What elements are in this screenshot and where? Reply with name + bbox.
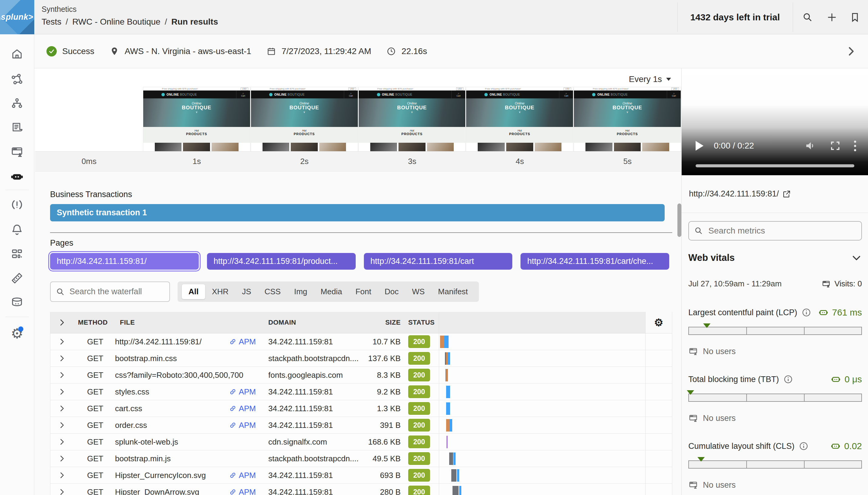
trial-notice[interactable]: 1432 days left in trial xyxy=(684,0,787,34)
column-header-size[interactable]: SIZE xyxy=(366,319,406,326)
waterfall-filter-tab[interactable]: Manifest xyxy=(431,284,474,299)
waterfall-row[interactable]: GET Hipster_DownArrow.svg APM 34.242.111… xyxy=(50,484,672,495)
info-icon[interactable] xyxy=(801,308,811,317)
fullscreen-icon[interactable] xyxy=(830,140,841,151)
web-vitals-section-header[interactable]: Web vitals xyxy=(688,252,862,263)
video-progress-bar[interactable] xyxy=(696,164,854,167)
video-player[interactable]: 0:00 / 0:22 xyxy=(681,68,868,175)
log-observer-icon[interactable] xyxy=(10,121,24,135)
filmstrip-thumbnail[interactable]: Free shipping with $75 purchase! USD ONL… xyxy=(466,87,573,151)
row-waterfall-track xyxy=(439,417,645,433)
dashboards-icon[interactable] xyxy=(10,247,24,261)
column-header-status[interactable]: STATUS xyxy=(406,319,439,326)
synthetics-icon-active[interactable] xyxy=(10,170,24,184)
splunk-logo[interactable]: splunk> xyxy=(0,0,34,34)
waterfall-row[interactable]: GET splunk-otel-web.js APM cdn.signalfx.… xyxy=(50,434,672,450)
breadcrumb-tests[interactable]: Tests xyxy=(41,17,61,27)
filmstrip-thumbnail[interactable]: Free shipping with $75 purchase! USD ONL… xyxy=(574,87,681,151)
waterfall-table: METHOD FILE DOMAIN SIZE STATUS ⚙ GET htt… xyxy=(50,312,672,495)
row-gear-spacer xyxy=(645,383,672,400)
waterfall-filter-tab[interactable]: CSS xyxy=(258,284,287,299)
row-expand-chevron-icon[interactable] xyxy=(50,388,73,396)
waterfall-row[interactable]: GET bootstrap.min.css APM stackpath.boot… xyxy=(50,350,672,367)
apm-icon[interactable] xyxy=(10,72,24,87)
bookmark-icon[interactable] xyxy=(849,12,861,23)
search-icon[interactable] xyxy=(802,12,813,23)
row-method: GET xyxy=(73,471,111,480)
waterfall-row[interactable]: GET cart.css APM 34.242.111.159:81 1.3 K… xyxy=(50,400,672,417)
waterfall-filter-tab[interactable]: Media xyxy=(314,284,349,299)
more-options-kebab-icon[interactable] xyxy=(854,141,856,151)
column-header-file[interactable]: FILE xyxy=(111,319,262,326)
row-expand-chevron-icon[interactable] xyxy=(50,488,73,495)
waterfall-filter-tab[interactable]: Img xyxy=(287,284,314,299)
apm-link[interactable]: APM xyxy=(229,421,256,430)
breadcrumb-test-name[interactable]: RWC - Online Boutique xyxy=(72,17,161,27)
volume-icon[interactable] xyxy=(804,140,816,152)
thumb-products: Hot PRODUCTS xyxy=(574,127,681,143)
row-expand-chevron-icon[interactable] xyxy=(50,421,73,429)
filmstrip-thumbnail[interactable]: Free shipping with $75 purchase! USD ONL… xyxy=(251,87,358,151)
run-status-bar: Success AWS - N. Virginia - aws-us-east-… xyxy=(34,34,868,68)
add-icon[interactable] xyxy=(826,12,838,23)
column-header-domain[interactable]: DOMAIN xyxy=(262,319,366,326)
waterfall-filter-tab[interactable]: XHR xyxy=(205,284,235,299)
column-header-method[interactable]: METHOD xyxy=(73,319,111,326)
notifications-bell-icon[interactable] xyxy=(10,223,24,237)
waterfall-filter-tab[interactable]: WS xyxy=(405,284,431,299)
apm-link[interactable]: APM xyxy=(229,337,256,346)
play-icon[interactable] xyxy=(696,141,704,151)
next-run-chevron-icon[interactable] xyxy=(845,45,857,57)
filmstrip-frame: Free shipping with $75 purchase! USD ONL… xyxy=(358,68,466,151)
apm-link[interactable]: APM xyxy=(229,471,256,480)
waterfall-row[interactable]: GET css?family=Roboto:300,400,500,700 AP… xyxy=(50,367,672,383)
expand-all-chevron-icon[interactable] xyxy=(50,318,73,327)
table-settings-gear-icon[interactable]: ⚙ xyxy=(645,312,672,333)
waterfall-filter-tab[interactable]: JS xyxy=(235,284,258,299)
waterfall-filter-tab[interactable]: Doc xyxy=(378,284,405,299)
filmstrip-thumbnail[interactable]: Free shipping with $75 purchase! USD ONL… xyxy=(143,87,250,151)
info-icon[interactable] xyxy=(783,374,793,384)
waterfall-filter-tab[interactable]: All xyxy=(182,284,205,299)
data-management-icon[interactable] xyxy=(10,295,24,309)
row-expand-chevron-icon[interactable] xyxy=(50,371,73,379)
row-expand-chevron-icon[interactable] xyxy=(50,438,73,446)
row-expand-chevron-icon[interactable] xyxy=(50,404,73,413)
page-button[interactable]: http://34.242.111.159:81/product... xyxy=(207,253,356,270)
settings-gear-icon[interactable]: ⚙ xyxy=(10,326,24,340)
rum-icon[interactable] xyxy=(10,145,24,159)
page-button[interactable]: http://34.242.111.159:81/cart xyxy=(364,253,513,270)
waterfall-search-input[interactable] xyxy=(50,281,170,302)
waterfall-row[interactable]: GET Hipster_CurrencyIcon.svg APM 34.242.… xyxy=(50,467,672,484)
metrics-search-input[interactable] xyxy=(688,221,862,240)
page-button[interactable]: http://34.242.111.159:81/ xyxy=(50,253,199,270)
row-expand-chevron-icon[interactable] xyxy=(50,471,73,479)
row-waterfall-track xyxy=(439,450,645,467)
alerts-icon[interactable] xyxy=(10,198,24,212)
transaction-bar[interactable]: Synthetic transaction 1 xyxy=(50,204,665,221)
row-file: order.css xyxy=(115,421,229,430)
waterfall-row[interactable]: GET order.css APM 34.242.111.159:81 391 … xyxy=(50,417,672,434)
page-button[interactable]: http://34.242.111.159:81/cart/che... xyxy=(520,253,669,270)
row-method: GET xyxy=(73,488,111,495)
chevron-down-icon[interactable] xyxy=(851,252,862,263)
row-gear-spacer xyxy=(645,484,672,495)
row-expand-chevron-icon[interactable] xyxy=(50,354,73,363)
metrics-ruler-icon[interactable] xyxy=(10,271,24,285)
infrastructure-icon[interactable] xyxy=(10,97,24,111)
main-scrollbar-thumb[interactable] xyxy=(677,203,681,237)
waterfall-row[interactable]: GET bootstrap.min.js APM stackpath.boots… xyxy=(50,450,672,467)
filmstrip-thumbnail[interactable]: Free shipping with $75 purchase! USD ONL… xyxy=(359,87,465,151)
status-badge: 200 xyxy=(408,335,430,348)
info-icon[interactable] xyxy=(799,441,809,451)
home-icon[interactable] xyxy=(10,47,24,61)
waterfall-row[interactable]: GET http://34.242.111.159:81/ APM 34.242… xyxy=(50,334,672,350)
waterfall-row[interactable]: GET styles.css APM 34.242.111.159:81 9.2… xyxy=(50,383,672,400)
row-expand-chevron-icon[interactable] xyxy=(50,454,73,463)
apm-link[interactable]: APM xyxy=(229,404,256,413)
waterfall-filter-tab[interactable]: Font xyxy=(349,284,378,299)
row-expand-chevron-icon[interactable] xyxy=(50,337,73,346)
external-link-icon[interactable] xyxy=(782,190,791,198)
apm-link[interactable]: APM xyxy=(229,387,256,397)
apm-link[interactable]: APM xyxy=(229,488,256,495)
